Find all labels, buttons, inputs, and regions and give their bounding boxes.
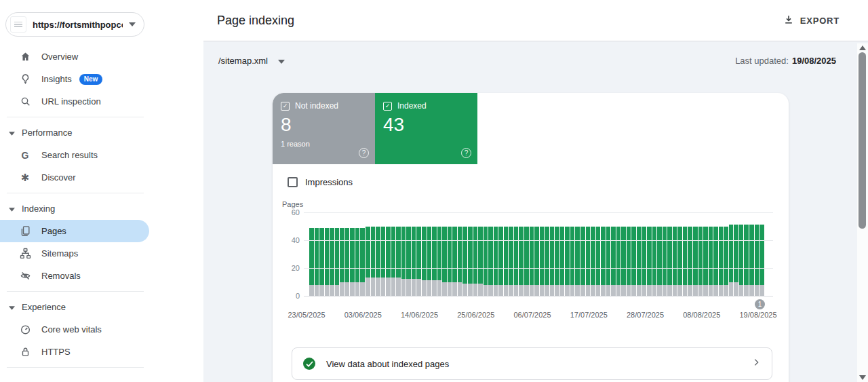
chart-bar[interactable] xyxy=(401,227,406,296)
chart-bar[interactable] xyxy=(473,227,478,296)
chart-bar[interactable] xyxy=(637,227,642,296)
chart-bar[interactable] xyxy=(688,227,692,296)
sidebar-item-discover[interactable]: ✱Discover xyxy=(0,166,203,189)
chart-bar[interactable] xyxy=(432,227,437,296)
chart-bar[interactable] xyxy=(719,227,724,296)
chart-bar[interactable] xyxy=(478,227,483,296)
chart-bar[interactable] xyxy=(677,227,682,296)
view-indexed-data-row[interactable]: View data about indexed pages xyxy=(292,347,772,380)
chart-bar[interactable] xyxy=(345,228,350,296)
chart-bar[interactable] xyxy=(371,227,376,296)
chart-bar[interactable] xyxy=(519,227,524,296)
sidebar-item-pages[interactable]: Pages xyxy=(0,220,149,242)
chart-bar[interactable] xyxy=(601,227,606,296)
help-icon[interactable]: ? xyxy=(359,148,369,158)
sidebar-item-url-inspection[interactable]: URL inspection xyxy=(0,90,203,113)
chart-bar[interactable] xyxy=(350,228,355,296)
chart-bar[interactable] xyxy=(586,227,591,296)
chart-bar[interactable] xyxy=(325,228,330,296)
indexed-checkbox[interactable]: ✓ xyxy=(383,102,392,111)
chart-bar[interactable] xyxy=(381,227,386,296)
chart-bar[interactable] xyxy=(729,225,734,296)
chart-bar[interactable] xyxy=(376,227,380,296)
chart-bar[interactable] xyxy=(422,227,427,296)
section-header-performance[interactable]: Performance xyxy=(0,121,203,144)
chart-bar[interactable] xyxy=(713,227,718,296)
sidebar-item-core-web-vitals[interactable]: Core web vitals xyxy=(0,318,203,341)
chart-bar[interactable] xyxy=(452,227,457,297)
chart-bar[interactable] xyxy=(663,227,667,296)
chart-bar[interactable] xyxy=(647,227,652,296)
chart-bar[interactable] xyxy=(642,227,647,296)
chart-bar[interactable] xyxy=(494,227,498,296)
chart-bar[interactable] xyxy=(540,227,545,296)
chart-bar[interactable] xyxy=(509,227,513,296)
scrollbar-track[interactable] xyxy=(857,43,868,382)
chart-bar[interactable] xyxy=(560,227,565,296)
chart-bar[interactable] xyxy=(673,227,677,296)
chart-bar[interactable] xyxy=(734,225,738,296)
chart-bar[interactable] xyxy=(749,225,754,296)
chart-bar[interactable] xyxy=(550,227,555,296)
chart-bar[interactable] xyxy=(724,227,728,296)
help-icon[interactable]: ? xyxy=(461,148,471,158)
chart-bar[interactable] xyxy=(514,227,519,296)
sitemap-event-marker-badge[interactable]: 1 xyxy=(755,299,765,309)
chart-bar[interactable] xyxy=(340,228,344,296)
chart-bar[interactable] xyxy=(591,227,595,296)
chart-bar[interactable] xyxy=(448,227,452,297)
chart-bar[interactable] xyxy=(458,227,462,297)
chart-bar[interactable] xyxy=(504,227,509,296)
sidebar-item-https[interactable]: HTTPS xyxy=(0,341,203,363)
chart-bar[interactable] xyxy=(760,225,764,296)
not-indexed-checkbox[interactable]: ✓ xyxy=(281,102,290,111)
chart-bar[interactable] xyxy=(319,228,324,296)
chart-bar[interactable] xyxy=(555,227,559,296)
chart-bar[interactable] xyxy=(488,227,493,296)
impressions-checkbox[interactable] xyxy=(288,177,298,187)
chart-bar[interactable] xyxy=(709,227,713,296)
indexed-chip[interactable]: ✓ Indexed 43 ? xyxy=(375,93,477,164)
chart-bar[interactable] xyxy=(330,228,334,296)
chart-bar[interactable] xyxy=(530,227,534,296)
chart-bar[interactable] xyxy=(744,225,749,296)
chart-bar[interactable] xyxy=(412,227,416,296)
chart-bar[interactable] xyxy=(657,227,662,296)
chart-bar[interactable] xyxy=(396,227,401,296)
chart-bar[interactable] xyxy=(611,227,616,296)
chart-bar[interactable] xyxy=(570,227,575,296)
chart-bar[interactable] xyxy=(406,227,411,296)
chart-bar[interactable] xyxy=(462,227,467,296)
chart-bar[interactable] xyxy=(498,227,503,296)
sidebar-item-sitemaps[interactable]: Sitemaps xyxy=(0,242,203,265)
chart-bar[interactable] xyxy=(386,227,391,296)
section-header-indexing[interactable]: Indexing xyxy=(0,197,203,220)
chart-bar[interactable] xyxy=(755,225,760,296)
chart-bar[interactable] xyxy=(484,227,488,296)
chart-bar[interactable] xyxy=(442,227,447,297)
chart-bar[interactable] xyxy=(565,227,570,296)
sidebar-item-overview[interactable]: Overview xyxy=(0,45,203,68)
chart-bar[interactable] xyxy=(416,227,421,296)
scrollbar-thumb[interactable] xyxy=(859,52,866,229)
chart-bar[interactable] xyxy=(427,227,432,296)
chart-bar[interactable] xyxy=(437,227,442,296)
chart-bar[interactable] xyxy=(621,227,626,296)
chart-bar[interactable] xyxy=(683,227,688,296)
sidebar-item-insights[interactable]: InsightsNew xyxy=(0,68,203,90)
chart-bar[interactable] xyxy=(534,227,539,296)
chart-bar[interactable] xyxy=(739,225,744,296)
chart-bar[interactable] xyxy=(606,227,611,296)
section-header-experience[interactable]: Experience xyxy=(0,296,203,318)
chart-bar[interactable] xyxy=(309,228,314,296)
chart-bar[interactable] xyxy=(703,227,708,296)
chart-bar[interactable] xyxy=(355,228,360,296)
chart-bar[interactable] xyxy=(366,227,370,296)
chart-bar[interactable] xyxy=(631,227,636,296)
chart-bar[interactable] xyxy=(524,227,529,296)
chart-bar[interactable] xyxy=(596,227,601,296)
chart-bar[interactable] xyxy=(468,227,473,296)
scroll-down-arrow[interactable] xyxy=(859,375,866,380)
chart-bar[interactable] xyxy=(391,227,396,296)
chart-bar[interactable] xyxy=(545,227,549,296)
